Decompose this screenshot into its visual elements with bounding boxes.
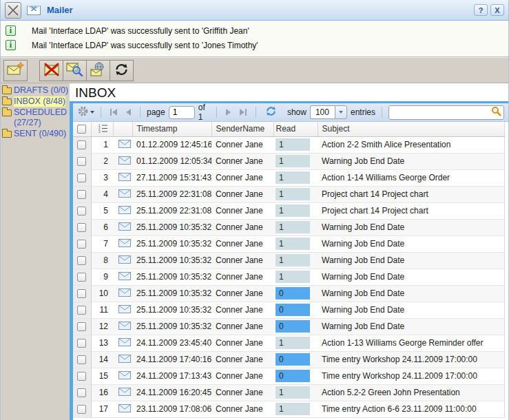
table-row[interactable]: 4 25.11.2009 22:31:08 Conner Jane 1 Proj… — [73, 186, 505, 202]
mail-icon[interactable] — [118, 372, 131, 381]
table-row[interactable]: 3 27.11.2009 15:31:43 Conner Jane 1 Acti… — [73, 169, 505, 186]
row-checkbox[interactable] — [77, 372, 86, 381]
row-checkbox[interactable] — [77, 240, 86, 249]
timestamp-cell: 25.11.2009 10:35:32 — [132, 302, 211, 318]
chevron-down-icon — [90, 111, 94, 114]
read-cell: 0 — [273, 285, 318, 302]
row-number: 10 — [91, 285, 113, 302]
close-button[interactable]: X — [490, 4, 504, 16]
show-select-dropdown[interactable] — [335, 105, 347, 119]
mail-icon[interactable] — [118, 405, 131, 414]
web-mail-button[interactable] — [86, 60, 110, 81]
table-row[interactable]: 5 25.11.2009 22:31:08 Conner Jane 1 Proj… — [73, 202, 505, 219]
row-checkbox[interactable] — [77, 256, 86, 265]
mail-icon[interactable] — [118, 157, 131, 167]
sidebar-item-scheduled[interactable]: SCHEDULED (27/27) — [2, 107, 69, 128]
row-number: 4 — [91, 186, 113, 202]
subject-cell: Action 2-2 Smith Alice Presentation — [318, 136, 505, 153]
row-checkbox[interactable] — [77, 207, 86, 216]
mail-icon[interactable] — [118, 207, 131, 216]
mail-icon[interactable] — [118, 339, 131, 348]
table-row[interactable]: 14 24.11.2009 17:40:16 Conner Jane 0 Tim… — [73, 351, 505, 368]
row-checkbox[interactable] — [77, 190, 86, 199]
row-checkbox[interactable] — [77, 289, 86, 298]
delete-mail-button[interactable] — [39, 60, 63, 81]
notification-text: Mail 'Interface LDAP' was successfully s… — [32, 41, 258, 50]
row-number-column-header[interactable]: 1 2 3 — [91, 122, 113, 136]
table-row[interactable]: 15 24.11.2009 17:13:43 Conner Jane 0 Tim… — [73, 368, 505, 384]
web-mail-icon — [90, 62, 107, 78]
column-header-read[interactable]: Read — [273, 122, 318, 136]
read-badge: 0 — [276, 353, 310, 366]
table-row[interactable]: 9 25.11.2009 10:35:32 Conner Jane 1 Warn… — [73, 269, 505, 285]
mail-icon[interactable] — [118, 273, 131, 282]
table-row[interactable]: 1 01.12.2009 12:45:16 Conner Jane 1 Acti… — [73, 136, 505, 153]
help-button[interactable]: ? — [474, 4, 488, 16]
read-cell: 1 — [273, 169, 318, 186]
row-checkbox[interactable] — [77, 322, 86, 331]
search-input[interactable] — [389, 107, 488, 118]
table-row[interactable]: 8 25.11.2009 10:35:32 Conner Jane 1 Warn… — [73, 252, 505, 269]
table-row[interactable]: 6 25.11.2009 10:35:32 Conner Jane 1 Warn… — [73, 219, 505, 235]
table-row[interactable]: 13 24.11.2009 23:45:40 Conner Jane 1 Act… — [73, 335, 505, 351]
column-header-subject[interactable]: Subject — [318, 122, 505, 136]
table-row[interactable]: 16 24.11.2009 16:20:45 Conner Jane 1 Act… — [73, 384, 505, 401]
row-checkbox[interactable] — [77, 140, 86, 149]
row-checkbox[interactable] — [77, 339, 86, 348]
mailer-envelope-icon — [27, 6, 41, 15]
sidebar-item-sent[interactable]: SENT (0/490) — [2, 129, 69, 139]
sender-cell: Conner Jane — [211, 169, 273, 186]
read-cell: 0 — [273, 302, 318, 318]
mail-icon[interactable] — [118, 140, 131, 150]
prev-page-button[interactable] — [123, 107, 134, 117]
table-row[interactable]: 2 01.12.2009 12:05:34 Conner Jane 1 Warn… — [73, 153, 505, 169]
row-checkbox[interactable] — [77, 223, 86, 232]
last-page-button[interactable] — [237, 107, 249, 117]
sidebar-item-inbox[interactable]: INBOX (8/48) — [2, 96, 69, 107]
mail-icon-column-header[interactable] — [113, 122, 132, 136]
subject-cell: Project chart 14 Project chart — [318, 186, 505, 202]
row-number: 15 — [91, 368, 113, 384]
row-checkbox[interactable] — [77, 174, 86, 182]
select-all-checkbox[interactable] — [77, 125, 86, 134]
row-checkbox[interactable] — [77, 306, 86, 315]
grid-settings-button[interactable] — [77, 105, 94, 119]
sidebar-item-drafts[interactable]: DRAFTS (0/0) — [2, 85, 69, 96]
table-row[interactable]: 7 25.11.2009 10:35:32 Conner Jane 1 Warn… — [73, 235, 505, 252]
new-mail-button[interactable] — [3, 60, 28, 81]
subject-cell: Project chart 14 Project chart — [318, 202, 505, 219]
mail-icon[interactable] — [118, 256, 131, 266]
row-checkbox[interactable] — [77, 355, 86, 364]
search-mail-button[interactable] — [63, 60, 87, 81]
refresh-button[interactable] — [110, 60, 134, 81]
page-input[interactable] — [169, 106, 195, 119]
mail-icon[interactable] — [118, 355, 131, 365]
row-checkbox[interactable] — [77, 157, 86, 166]
row-checkbox[interactable] — [77, 388, 86, 397]
timestamp-cell: 01.12.2009 12:45:16 — [132, 136, 211, 153]
mail-icon[interactable] — [118, 388, 131, 398]
mail-icon[interactable] — [118, 240, 131, 249]
reload-grid-button[interactable] — [262, 104, 280, 120]
mail-icon[interactable] — [118, 174, 131, 183]
row-checkbox[interactable] — [77, 273, 86, 282]
show-select[interactable]: 100 — [310, 105, 335, 119]
table-row[interactable]: 17 23.11.2009 17:08:06 Conner Jane 1 Tim… — [73, 401, 505, 417]
column-header-timestamp[interactable]: Timestamp — [132, 122, 211, 136]
mail-icon[interactable] — [118, 223, 131, 233]
mail-icon[interactable] — [118, 289, 131, 299]
timestamp-cell: 01.12.2009 12:05:34 — [132, 153, 211, 169]
first-page-button[interactable] — [107, 107, 120, 117]
search-button[interactable] — [488, 106, 503, 119]
table-row[interactable]: 10 25.11.2009 10:35:32 Conner Jane 0 War… — [73, 285, 505, 302]
read-cell: 1 — [273, 401, 318, 417]
next-page-button[interactable] — [223, 107, 233, 117]
table-row[interactable]: 11 25.11.2009 10:35:32 Conner Jane 0 War… — [73, 302, 505, 318]
mail-icon[interactable] — [118, 306, 131, 315]
mail-icon[interactable] — [118, 190, 131, 200]
mail-icon[interactable] — [118, 322, 131, 332]
column-header-sendername[interactable]: SenderName — [211, 122, 273, 136]
table-row[interactable]: 12 25.11.2009 10:35:32 Conner Jane 0 War… — [73, 318, 505, 335]
read-cell: 0 — [273, 351, 318, 368]
row-checkbox[interactable] — [77, 405, 86, 414]
